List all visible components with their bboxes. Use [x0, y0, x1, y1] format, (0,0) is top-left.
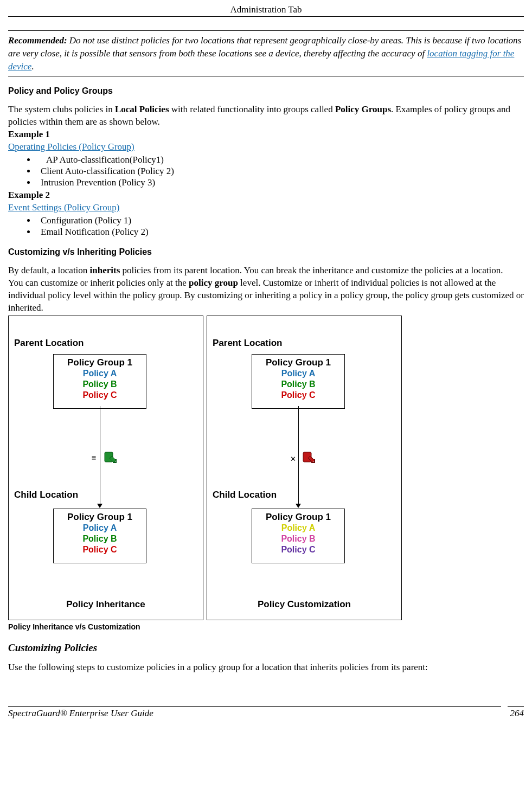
policy-c: Policy C [252, 390, 344, 401]
example2-label: Example 2 [8, 189, 524, 202]
recommendation-callout: Recommended: Do not use distinct policie… [8, 30, 524, 76]
child-policy-group-box: Policy Group 1 Policy A Policy B Policy … [53, 509, 146, 563]
inherit-icon [102, 451, 117, 468]
inheritance-arrow-head [97, 504, 102, 508]
equals-sign: = [92, 454, 96, 462]
intro-bold1: Local Policies [115, 104, 169, 114]
panel-caption-inheritance: Policy Inheritance [9, 599, 203, 610]
child-location-label: Child Location [14, 490, 78, 500]
page-header-title: Administration Tab [8, 0, 524, 16]
operating-policies-link[interactable]: Operating Policies (Policy Group) [8, 142, 134, 152]
group-title: Policy Group 1 [252, 357, 344, 368]
section-heading-policy-groups: Policy and Policy Groups [8, 86, 524, 96]
policy-a: Policy A [54, 523, 146, 533]
diagram-panel-customization: Parent Location Policy Group 1 Policy A … [207, 316, 402, 620]
group-title: Policy Group 1 [54, 357, 146, 368]
parent-policy-group-box: Policy Group 1 Policy A Policy B Policy … [252, 354, 345, 409]
list-item: Client Auto-classification (Policy 2) [36, 166, 524, 177]
footer-rule-left [8, 706, 501, 707]
list-item: Email Notification (Policy 2) [36, 227, 524, 237]
section2-para2: You can customize or inherit policies on… [8, 277, 524, 314]
subsection-heading-customizing-policies: Customizing Policies [8, 642, 524, 654]
list-item: Configuration (Policy 1) [36, 215, 524, 226]
child-location-label: Child Location [213, 490, 277, 500]
section-heading-customizing: Customizing v/s Inheriting Policies [8, 247, 524, 257]
example1-label: Example 1 [8, 128, 524, 141]
intro-before: The system clubs policies in [8, 104, 115, 114]
example1-list: AP Auto-classification(Policy1) Client A… [8, 155, 524, 188]
customize-icon [300, 451, 316, 468]
intro-mid: with related functionality into groups c… [169, 104, 335, 114]
parent-policy-group-box: Policy Group 1 Policy A Policy B Policy … [53, 354, 146, 409]
policy-c: Policy C [54, 544, 146, 555]
child-policy-group-box: Policy Group 1 Policy A Policy B Policy … [252, 509, 345, 563]
para1-before: By default, a location [8, 265, 90, 275]
section1-intro: The system clubs policies in Local Polic… [8, 104, 524, 128]
callout-text-after: . [31, 61, 34, 72]
parent-location-label: Parent Location [213, 338, 282, 349]
policy-a: Policy A [54, 368, 146, 379]
figure-caption: Policy Inheritance v/s Customization [8, 622, 524, 631]
policy-b: Policy B [54, 533, 146, 544]
policy-a: Policy A [252, 368, 344, 379]
page-footer: SpectraGuard® Enterprise User Guide 264 [8, 706, 524, 719]
policy-c: Policy C [252, 544, 344, 555]
policy-b: Policy B [54, 379, 146, 390]
list-item: Intrusion Prevention (Policy 3) [36, 177, 524, 188]
diagram-container: Parent Location Policy Group 1 Policy A … [8, 316, 524, 620]
parent-location-label: Parent Location [14, 338, 84, 349]
para2-bold: policy group [189, 278, 238, 288]
example2-list: Configuration (Policy 1) Email Notificat… [8, 215, 524, 237]
group-title: Policy Group 1 [54, 511, 146, 523]
group-title: Policy Group 1 [252, 511, 344, 523]
para1-bold: inherits [90, 265, 120, 275]
callout-label: Recommended: [8, 35, 67, 46]
policy-b: Policy B [252, 533, 344, 544]
customization-arrow-line [298, 406, 299, 504]
policy-a: Policy A [252, 523, 344, 533]
para2-before: You can customize or inherit policies on… [8, 278, 189, 288]
panel-caption-customization: Policy Customization [207, 599, 401, 610]
policy-b: Policy B [252, 379, 344, 390]
inheritance-arrow-line [100, 406, 100, 504]
footer-rule-right [508, 706, 524, 707]
list-item: AP Auto-classification(Policy1) [36, 155, 524, 165]
header-rule [8, 16, 524, 17]
event-settings-link[interactable]: Event Settings (Policy Group) [8, 202, 119, 213]
section2-para1: By default, a location inherits policies… [8, 265, 524, 277]
diagram-panel-inheritance: Parent Location Policy Group 1 Policy A … [8, 316, 203, 620]
footer-page-number: 264 [510, 708, 524, 719]
para1-after: policies from its parent location. You c… [120, 265, 503, 275]
section3-text: Use the following steps to customize pol… [8, 661, 524, 674]
x-sign: ✕ [290, 455, 296, 463]
customization-arrow-head [296, 504, 301, 508]
intro-bold2: Policy Groups [335, 104, 391, 114]
footer-guide-title: SpectraGuard® Enterprise User Guide [8, 708, 153, 719]
policy-c: Policy C [54, 390, 146, 401]
